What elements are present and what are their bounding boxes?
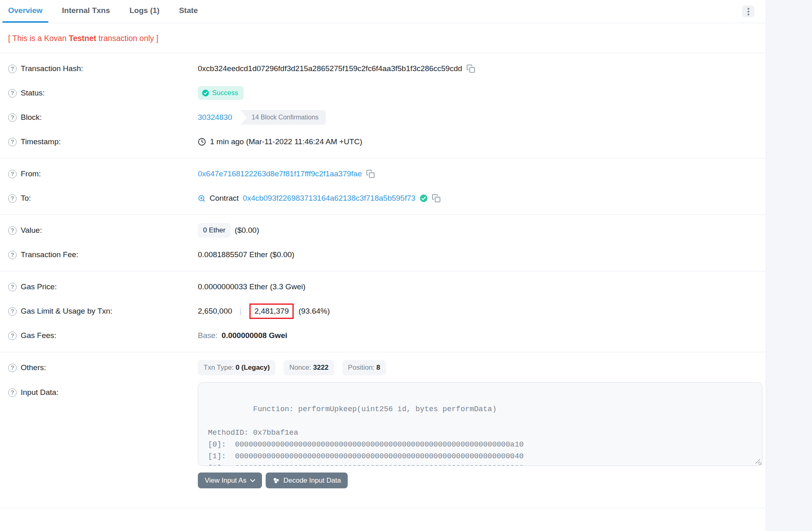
transaction-hash-value: 0xcb324eedcd1d07296fdf3d215a2865275f159c… <box>198 64 462 73</box>
tab-state[interactable]: State <box>173 0 204 23</box>
copy-icon[interactable] <box>466 64 475 73</box>
from-label: From: <box>21 169 41 178</box>
txn-type-badge: Txn Type: 0 (Legacy) <box>198 360 275 375</box>
tab-internal-txns[interactable]: Internal Txns <box>56 0 116 23</box>
transaction-details-card: Overview Internal Txns Logs (1) State [ … <box>0 0 766 531</box>
help-icon[interactable]: ? <box>8 364 17 372</box>
value-badge: 0 Ether <box>198 223 231 238</box>
status-label: Status: <box>21 89 45 98</box>
gas-price-label: Gas Price: <box>21 282 57 291</box>
resize-handle-icon[interactable] <box>755 458 760 464</box>
check-circle-icon <box>202 89 209 97</box>
tab-overview[interactable]: Overview <box>2 0 48 23</box>
nonce-badge: Nonce: 3222 <box>284 360 334 375</box>
gas-limit-usage-label: Gas Limit & Usage by Txn: <box>21 307 113 316</box>
others-row: ? Others: Txn Type: 0 (Legacy) Nonce: 32… <box>0 355 766 380</box>
help-icon[interactable]: ? <box>8 226 17 235</box>
transaction-hash-label: Transaction Hash: <box>21 64 83 73</box>
tab-bar: Overview Internal Txns Logs (1) State <box>0 0 766 23</box>
help-icon[interactable]: ? <box>8 307 17 316</box>
input-data-textarea[interactable]: Function: performUpkeep(uint256 id, byte… <box>198 382 762 466</box>
transaction-hash-row: ? Transaction Hash: 0xcb324eedcd1d07296f… <box>0 56 766 81</box>
gas-limit-usage-row: ? Gas Limit & Usage by Txn: 2,650,000 | … <box>0 299 766 323</box>
value-row: ? Value: 0 Ether ($0.00) <box>0 218 766 243</box>
divider <box>0 508 766 508</box>
page-background-strip <box>766 0 812 531</box>
gas-price-value: 0.0000000033 Ether (3.3 Gwei) <box>198 282 305 291</box>
to-contract-prefix: Contract <box>210 194 239 203</box>
value-label: Value: <box>21 226 42 235</box>
clock-icon <box>198 138 206 146</box>
gas-price-row: ? Gas Price: 0.0000000033 Ether (3.3 Gwe… <box>0 275 766 299</box>
others-label: Others: <box>21 363 46 372</box>
input-data-label: Input Data: <box>21 388 58 397</box>
position-badge: Position: 8 <box>342 360 386 375</box>
help-icon[interactable]: ? <box>8 138 17 146</box>
block-confirmations-badge: 14 Block Confirmations <box>240 110 326 125</box>
block-row: ? Block: 30324830 14 Block Confirmations <box>0 105 766 130</box>
zoom-in-icon[interactable] <box>198 195 206 202</box>
value-usd: ($0.00) <box>235 226 259 235</box>
gas-fees-base-value: 0.000000008 Gwei <box>222 331 288 340</box>
block-label: Block: <box>21 113 42 122</box>
help-icon[interactable]: ? <box>8 388 17 397</box>
to-row: ? To: Contract 0x4cb093f226983713164a621… <box>0 186 766 210</box>
gas-fees-label: Gas Fees: <box>21 331 56 340</box>
gas-fees-base-label: Base: <box>198 331 218 340</box>
help-icon[interactable]: ? <box>8 170 17 178</box>
transaction-fee-row: ? Transaction Fee: 0.0081885507 Ether ($… <box>0 243 766 267</box>
help-icon[interactable]: ? <box>8 89 17 98</box>
chevron-down-icon <box>250 479 255 482</box>
verified-check-icon <box>420 194 428 202</box>
help-icon[interactable]: ? <box>8 65 17 73</box>
block-number-link[interactable]: 30324830 <box>198 113 232 122</box>
help-icon[interactable]: ? <box>8 113 17 122</box>
timestamp-row: ? Timestamp: 1 min ago (Mar-11-2022 11:4… <box>0 130 766 154</box>
transaction-fee-label: Transaction Fee: <box>21 250 78 259</box>
to-label: To: <box>21 194 31 203</box>
kebab-icon <box>747 8 749 15</box>
timestamp-value: 1 min ago (Mar-11-2022 11:46:24 AM +UTC) <box>210 137 362 146</box>
view-input-as-button[interactable]: View Input As <box>198 472 262 488</box>
tab-logs[interactable]: Logs (1) <box>124 0 165 23</box>
status-badge: Success <box>198 86 244 100</box>
gas-separator: | <box>236 307 245 316</box>
gas-fees-row: ? Gas Fees: Base: 0.000000008 Gwei <box>0 323 766 348</box>
help-icon[interactable]: ? <box>8 332 17 340</box>
copy-icon[interactable] <box>432 194 441 203</box>
help-icon[interactable]: ? <box>8 251 17 259</box>
more-options-button[interactable] <box>742 5 754 17</box>
help-icon[interactable]: ? <box>8 283 17 291</box>
testnet-notice: [ This is a Kovan Testnet transaction on… <box>0 23 766 53</box>
from-address-link[interactable]: 0x647e7168122263d8e7f81f17fff9c2f1aa379f… <box>198 169 362 178</box>
decode-icon <box>273 477 280 484</box>
copy-icon[interactable] <box>366 169 375 178</box>
decode-input-data-button[interactable]: Decode Input Data <box>266 472 348 488</box>
gas-limit-value: 2,650,000 <box>198 307 232 316</box>
timestamp-label: Timestamp: <box>21 137 61 146</box>
from-row: ? From: 0x647e7168122263d8e7f81f17fff9c2… <box>0 162 766 186</box>
gas-used-annotation-box: 2,481,379 <box>249 303 294 319</box>
status-row: ? Status: Success <box>0 81 766 105</box>
gas-used-percent: (93.64%) <box>299 307 330 316</box>
to-address-link[interactable]: 0x4cb093f226983713164a62138c3f718a5b595f… <box>243 194 416 203</box>
transaction-fee-value: 0.0081885507 Ether ($0.00) <box>198 250 294 259</box>
gas-used-value: 2,481,379 <box>254 307 289 315</box>
help-icon[interactable]: ? <box>8 194 17 203</box>
input-data-row: ? Input Data: Function: performUpkeep(ui… <box>0 382 766 488</box>
